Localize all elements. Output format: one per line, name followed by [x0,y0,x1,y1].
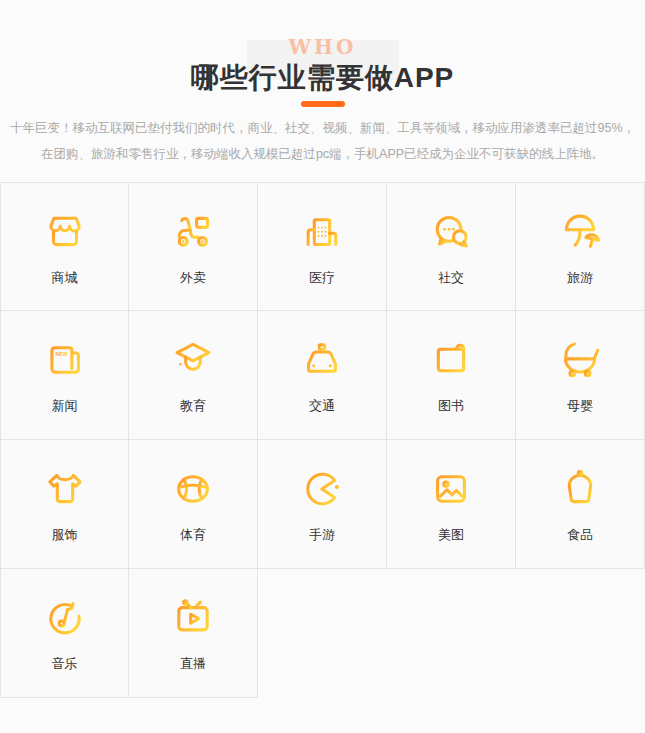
industry-label: 新闻 [52,397,78,415]
music-note-icon [42,595,88,641]
industry-cell-food: 食品 [516,440,645,569]
section-eyebrow: WHO [0,36,645,58]
title-underline [301,101,345,107]
beach-umbrella-icon [557,209,603,255]
book-icon [428,337,474,383]
industry-cell-maternity: 母婴 [516,311,645,440]
industry-label: 医疗 [309,269,335,287]
section-header: WHO 哪些行业需要做APP 十年巨变！移动互联网已垫付我们的时代，商业、社交、… [0,0,645,167]
industry-cell-books: 图书 [387,311,516,440]
description-line-2: 在团购、旅游和零售行业，移动端收入规模已超过pc端，手机APP已经成为企业不可获… [0,141,645,167]
description-line-1: 十年巨变！移动互联网已垫付我们的时代，商业、社交、视频、新闻、工具等领域，移动应… [0,115,645,141]
industry-cell-sports: 体育 [129,440,258,569]
hospital-icon [299,209,345,255]
live-tv-icon [170,595,216,641]
newspaper-icon: NEW [42,337,88,383]
industry-cell-livestream: 直播 [129,569,258,698]
industry-label: 交通 [309,397,335,415]
industry-cell-takeout: 外卖 [129,182,258,311]
industry-label: 手游 [309,526,335,544]
industry-cell-mall: 商城 [0,182,129,311]
industry-label: 图书 [438,397,464,415]
industry-label: 体育 [180,526,206,544]
cupcake-icon [557,466,603,512]
industry-label: 教育 [180,397,206,415]
industry-label: 食品 [567,526,593,544]
industry-cell-medical: 医疗 [258,182,387,311]
baby-stroller-icon [557,337,603,383]
storefront-icon [42,209,88,255]
industry-label: 音乐 [52,655,78,673]
svg-text:NEW: NEW [55,351,67,357]
industry-label: 母婴 [567,397,593,415]
chat-bubbles-icon [428,209,474,255]
section-description: 十年巨变！移动互联网已垫付我们的时代，商业、社交、视频、新闻、工具等领域，移动应… [0,115,645,167]
industry-label: 旅游 [567,269,593,287]
industry-cell-social: 社交 [387,182,516,311]
industry-label: 美图 [438,526,464,544]
basketball-icon [170,466,216,512]
industry-cell-news: NEW新闻 [0,311,129,440]
section-title: 哪些行业需要做APP [0,61,645,95]
industry-label: 直播 [180,655,206,673]
delivery-scooter-icon [170,209,216,255]
industry-cell-photo: 美图 [387,440,516,569]
taxi-icon [299,337,345,383]
photo-icon [428,466,474,512]
pacman-icon [299,466,345,512]
industry-cell-music: 音乐 [0,569,129,698]
industry-label: 服饰 [52,526,78,544]
tshirt-icon [42,466,88,512]
industry-cell-apparel: 服饰 [0,440,129,569]
industry-cell-mobile-games: 手游 [258,440,387,569]
industry-label: 社交 [438,269,464,287]
industry-grid: 商城外卖医疗社交旅游NEW新闻教育交通图书母婴服饰体育手游美图食品音乐直播 [0,182,645,698]
industry-cell-transport: 交通 [258,311,387,440]
graduation-cap-icon [170,337,216,383]
industry-cell-travel: 旅游 [516,182,645,311]
industry-cell-education: 教育 [129,311,258,440]
industry-label: 外卖 [180,269,206,287]
industry-label: 商城 [52,269,78,287]
